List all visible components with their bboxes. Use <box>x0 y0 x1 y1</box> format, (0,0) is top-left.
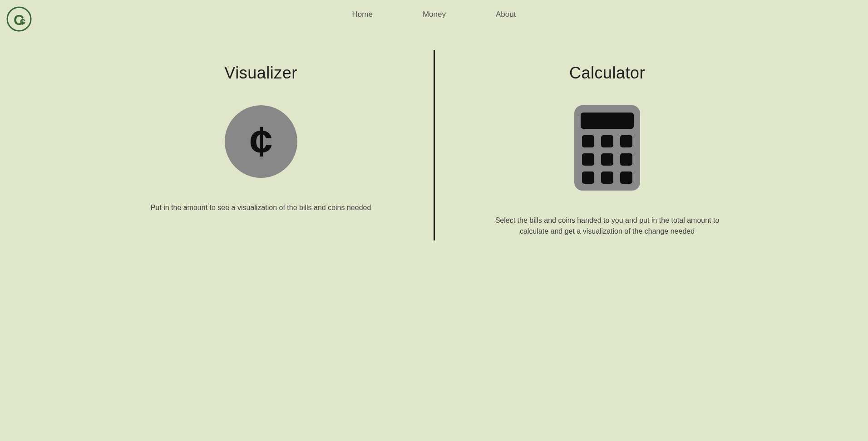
svg-text:¢: ¢ <box>249 118 272 165</box>
cent-coin-icon: ¢ <box>225 105 297 180</box>
top-nav: Home Money About <box>0 10 868 19</box>
calculator-icon <box>574 105 640 192</box>
main-content: Visualizer ¢ Put in the amount to see a … <box>0 50 868 250</box>
nav-home[interactable]: Home <box>352 10 373 19</box>
svg-rect-15 <box>620 172 632 184</box>
visualizer-panel[interactable]: Visualizer ¢ Put in the amount to see a … <box>102 50 420 250</box>
svg-rect-14 <box>601 172 613 184</box>
visualizer-desc: Put in the amount to see a visualization… <box>151 202 371 213</box>
nav-about[interactable]: About <box>496 10 516 19</box>
calculator-desc: Select the bills and coins handed to you… <box>480 215 735 237</box>
calculator-panel[interactable]: Calculator Select the bills and coins ha… <box>449 50 766 250</box>
calculator-title: Calculator <box>569 64 645 83</box>
svg-rect-6 <box>581 113 634 129</box>
svg-rect-13 <box>582 172 594 184</box>
vertical-divider <box>434 50 435 240</box>
svg-rect-12 <box>620 153 632 166</box>
svg-rect-11 <box>601 153 613 166</box>
svg-rect-8 <box>601 135 613 147</box>
svg-rect-10 <box>582 153 594 166</box>
svg-rect-7 <box>582 135 594 147</box>
visualizer-title: Visualizer <box>224 64 297 83</box>
nav-money[interactable]: Money <box>423 10 446 19</box>
svg-rect-9 <box>620 135 632 147</box>
